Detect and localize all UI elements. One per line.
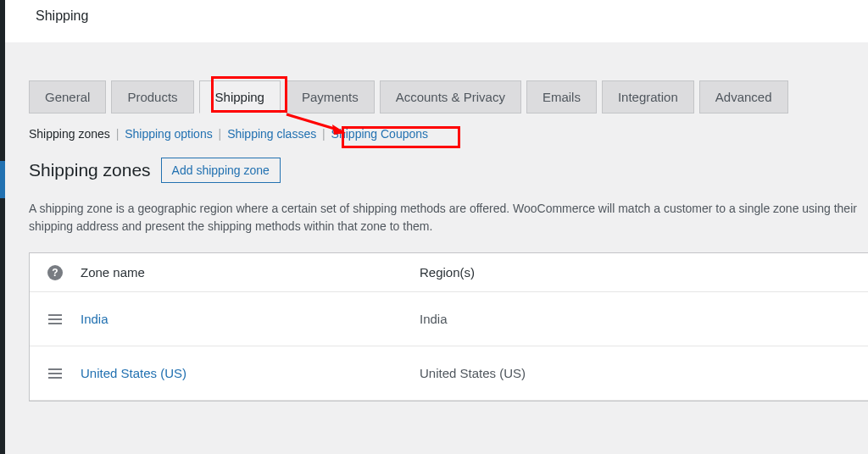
subtab-separator: |	[116, 127, 123, 141]
subtab-shipping-classes[interactable]: Shipping classes	[227, 127, 316, 141]
tab-integration[interactable]: Integration	[602, 80, 694, 114]
subtab-separator: |	[219, 127, 225, 141]
settings-tabs: General Products Shipping Payments Accou…	[29, 80, 868, 114]
zone-name-cell: United States (US)	[81, 366, 420, 380]
tab-advanced[interactable]: Advanced	[699, 80, 788, 114]
table-header-zone-name: Zone name	[81, 265, 420, 280]
shipping-subtabs: Shipping zones | Shipping options | Ship…	[29, 127, 868, 141]
page-title: Shipping	[36, 8, 88, 24]
tab-payments[interactable]: Payments	[286, 80, 375, 114]
table-row: United States (US) United States (US)	[30, 346, 868, 401]
table-header-help: ?	[30, 265, 81, 280]
tab-general[interactable]: General	[29, 80, 106, 114]
help-icon[interactable]: ?	[47, 265, 63, 280]
table-header-row: ? Zone name Region(s)	[30, 253, 868, 292]
zone-region-cell: United States (US)	[420, 366, 868, 380]
section-header: Shipping zones Add shipping zone	[29, 158, 868, 183]
subtab-shipping-zones[interactable]: Shipping zones	[29, 127, 110, 141]
section-title: Shipping zones	[29, 160, 151, 180]
drag-icon	[48, 368, 62, 379]
zone-region-cell: India	[420, 312, 868, 326]
tab-shipping[interactable]: Shipping	[199, 80, 281, 114]
add-shipping-zone-button[interactable]: Add shipping zone	[161, 158, 281, 183]
settings-panel: General Products Shipping Payments Accou…	[5, 42, 868, 454]
table-header-regions: Region(s)	[420, 265, 868, 280]
drag-icon	[48, 314, 62, 324]
zone-name-cell: India	[81, 312, 420, 326]
table-row: India India	[30, 292, 868, 346]
zone-name-link[interactable]: India	[81, 312, 108, 326]
drag-handle[interactable]	[30, 314, 81, 324]
tab-accounts-privacy[interactable]: Accounts & Privacy	[380, 80, 521, 114]
section-description: A shipping zone is a geographic region w…	[29, 200, 868, 235]
tab-products[interactable]: Products	[111, 80, 193, 114]
tab-emails[interactable]: Emails	[526, 80, 597, 114]
zone-name-link[interactable]: United States (US)	[81, 366, 186, 380]
drag-handle[interactable]	[30, 368, 81, 379]
subtab-shipping-coupons[interactable]: Shipping Coupons	[331, 127, 428, 141]
shipping-zones-table: ? Zone name Region(s) India India United…	[29, 252, 868, 401]
subtab-shipping-options[interactable]: Shipping options	[125, 127, 213, 141]
subtab-separator: |	[322, 127, 329, 141]
